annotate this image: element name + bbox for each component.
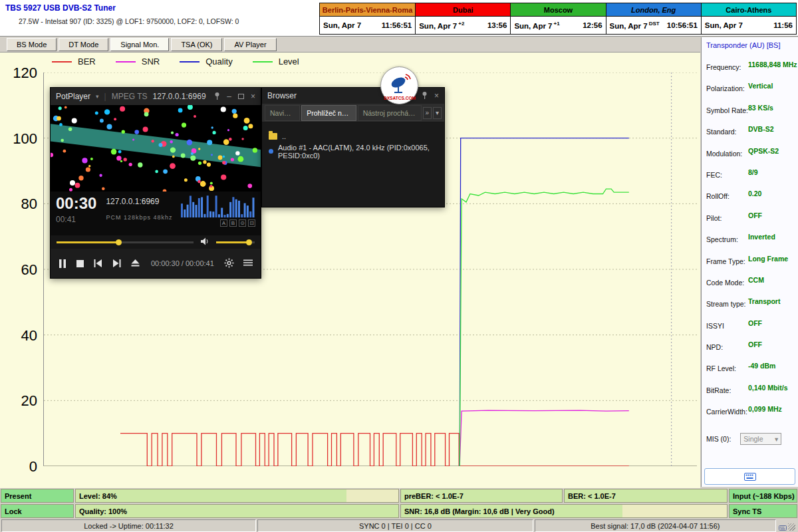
volume-slider[interactable]	[216, 241, 255, 243]
potplayer-titlebar[interactable]: PotPlayer ▾ | MPEG TS 127.0.0.1:6969 – ×	[51, 88, 261, 105]
menu-icon[interactable]	[243, 259, 253, 268]
transponder-param-label: Stream type:	[706, 300, 746, 308]
resize-grip[interactable]	[788, 523, 795, 531]
snr-bar: SNR: 16,8 dB (Margin: 10,6 dB | Very Goo…	[400, 504, 728, 518]
mis-select[interactable]: Single ▾	[740, 433, 781, 445]
divider: |	[104, 92, 106, 101]
transponder-row-rf-level-: RF Level:-49 dBm	[702, 358, 798, 380]
tab-tsa-ok-[interactable]: TSA (OK)	[171, 38, 222, 51]
stop-button[interactable]	[76, 260, 84, 267]
loop-icon[interactable]: ⊙	[239, 219, 246, 227]
chevron-down-icon[interactable]: ▾	[96, 93, 99, 100]
transponder-param-value: Vertical	[748, 82, 773, 90]
clock-date: Sun, Apr 7	[705, 21, 743, 29]
pin-icon[interactable]	[422, 91, 428, 101]
legend-label: Quality	[205, 57, 232, 66]
previous-button[interactable]	[94, 259, 102, 267]
video-surface[interactable]	[51, 105, 261, 192]
stream-info-block: 127.0.0.1:6969 PCM 128kbps 48khz	[106, 195, 177, 232]
legend-snr: SNR	[116, 57, 160, 66]
audio-spectrum	[181, 195, 255, 217]
close-icon[interactable]: ×	[434, 91, 439, 100]
total-time: 00:41	[56, 215, 96, 224]
nav-next-button[interactable]: »	[423, 107, 432, 119]
signal-status-rows: Present Level: 84% preBER: < 1.0E-7 BER:…	[1, 489, 797, 519]
browser-tab-row: Navigovat Prohlížeč nabídky Nástroj proc…	[262, 104, 444, 122]
clock-time-value: 12:56	[583, 21, 602, 29]
logo-text: DXSATCS.COM	[383, 96, 416, 100]
legend-swatch	[180, 61, 200, 63]
eject-button[interactable]	[131, 259, 140, 267]
legend-ber: BER	[52, 57, 96, 66]
pin-icon[interactable]	[214, 92, 220, 102]
time-detail-label: 00:00:30 / 00:00:41	[151, 259, 214, 267]
fullscreen-icon[interactable]: ⊡	[248, 219, 255, 227]
transponder-param-label: CarrierWidth:	[706, 408, 747, 416]
transponder-param-label: Spectrum:	[706, 235, 738, 243]
keyboard-tray-icon[interactable]	[779, 525, 787, 531]
stream-type-label: MPEG TS	[112, 92, 148, 101]
minimize-icon[interactable]: –	[227, 92, 231, 101]
input-label: Input (~188 Kbps)	[733, 492, 795, 500]
seek-knob[interactable]	[116, 239, 122, 245]
status-row-1: Present Level: 84% preBER: < 1.0E-7 BER:…	[1, 489, 797, 503]
y-axis-label: 20	[1, 392, 37, 410]
seek-bar[interactable]	[57, 241, 194, 243]
clock-cairo-athens: Cairo-AthensSun, Apr 711:56	[701, 3, 796, 34]
legend-label: Level	[279, 57, 299, 66]
transponder-sidebar: Transponder (AU) [BS] Frequency:11688,84…	[701, 37, 798, 487]
key-input-button[interactable]	[704, 468, 795, 485]
folder-icon	[269, 133, 277, 140]
transponder-row-modulation-: Modulation:QPSK-S2	[702, 144, 798, 165]
quality-bar: Quality: 100%	[75, 504, 399, 518]
transponder-param-label: BitRate:	[706, 386, 731, 394]
transponder-param-value: CCM	[748, 276, 764, 284]
pause-button[interactable]	[59, 259, 66, 268]
transponder-param-value: -49 dBm	[748, 362, 775, 370]
ber-bar: BER: < 1.0E-7	[564, 489, 728, 503]
transponder-param-value: 0,099 MHz	[748, 405, 782, 413]
transponder-param-value: Inverted	[748, 233, 775, 241]
tab-nastroj-prochazeni[interactable]: Nástroj procházení tit...	[358, 105, 422, 121]
transponder-param-value: 0.20	[748, 190, 761, 198]
transponder-param-value: 83 KS/s	[748, 104, 773, 112]
clock-city-label: Moscow	[511, 3, 605, 17]
ab-repeat-b-button[interactable]: B	[229, 219, 237, 227]
transponder-row-stream-type-: Stream type:Transport	[702, 294, 798, 315]
chevron-down-icon: ▾	[775, 435, 778, 443]
transponder-rows: Frequency:11688,848 MHzPolarization:Vert…	[702, 57, 798, 424]
transponder-param-label: Frame Type:	[706, 257, 745, 265]
clock-utc-offset: +2	[458, 21, 464, 27]
tab-dt-mode[interactable]: DT Mode	[59, 38, 108, 51]
dropdown-button[interactable]: ▾	[433, 107, 442, 119]
ber-label: BER: < 1.0E-7	[568, 492, 616, 500]
chart-legend: BERSNRQualityLevel	[52, 57, 299, 66]
snr-label: SNR: 16,8 dB (Margin: 10,6 dB | Very Goo…	[404, 507, 555, 515]
close-icon[interactable]: ×	[251, 92, 255, 101]
list-item-parent-dir[interactable]: ..	[269, 128, 438, 144]
audio-track-bullet-icon	[269, 149, 273, 154]
lock-indicator: Lock	[1, 504, 74, 518]
list-item-audio-track[interactable]: Audio #1 - AAC(LATM), 24.0 kHz (PID:0x00…	[269, 144, 438, 159]
tab-bs-mode[interactable]: BS Mode	[7, 38, 57, 51]
tab-bar: BS ModeDT ModeSignal Mon.TSA (OK)AV Play…	[0, 37, 700, 52]
settings-gear-icon[interactable]	[224, 258, 234, 269]
tab-navigovat[interactable]: Navigovat	[265, 105, 300, 121]
transponder-param-value: DVB-S2	[748, 125, 774, 133]
restore-icon[interactable]	[238, 94, 244, 99]
uptime-status: Locked -> Uptime: 00:11:32	[1, 519, 256, 532]
clock-city-label: London, Eng	[606, 3, 701, 17]
tab-signal-mon-[interactable]: Signal Mon.	[110, 38, 169, 51]
ab-repeat-a-button[interactable]: A	[220, 219, 227, 227]
volume-knob[interactable]	[246, 239, 252, 245]
transponder-param-value: OFF	[748, 319, 762, 327]
transponder-row-bitrate-: BitRate:0,140 Mbit/s	[702, 380, 798, 402]
tab-prohlizec-nabidky[interactable]: Prohlížeč nabídky	[301, 105, 356, 121]
next-button[interactable]	[112, 259, 121, 267]
tab-av-player[interactable]: AV Player	[224, 38, 276, 51]
clock-time-value: 10:56:51	[667, 21, 698, 29]
stream-url-label: 127.0.0.1:6969	[152, 92, 205, 101]
clock-berlin-paris-vienna-roma: Berlin-Paris-Vienna-RomaSun, Apr 711:56:…	[320, 3, 415, 34]
speaker-icon[interactable]	[200, 237, 209, 247]
list-item-label: ..	[282, 132, 286, 140]
